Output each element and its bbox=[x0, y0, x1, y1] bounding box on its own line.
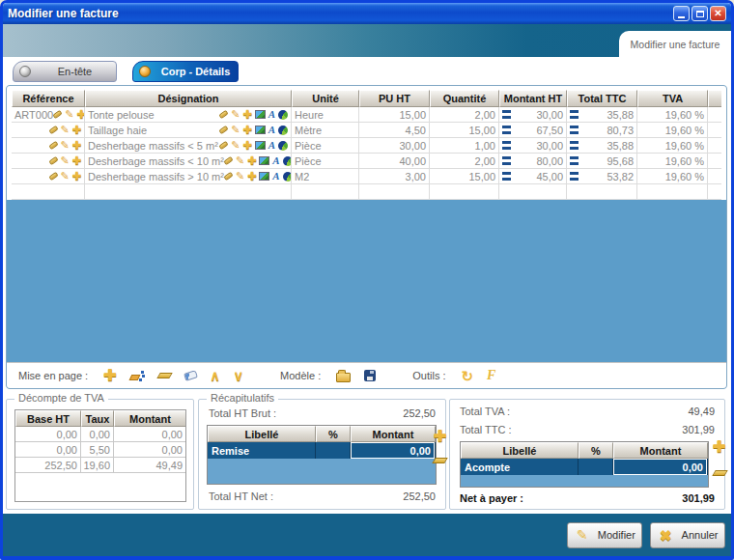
table-row[interactable]: ✎✚ Desherbage massifs < 10 m² ✎✚A Pièce … bbox=[12, 154, 721, 169]
calc-icon[interactable] bbox=[570, 126, 579, 134]
add-acompte-button[interactable]: ✚ bbox=[713, 439, 725, 455]
pie-icon[interactable] bbox=[278, 110, 288, 120]
table-row[interactable]: ✎✚ Desherbage massifs < 5 m² ✎✚A Pièce 3… bbox=[12, 138, 721, 154]
modify-line-icon[interactable] bbox=[48, 141, 58, 150]
cell-pu-ht: 4,50 bbox=[359, 123, 430, 138]
calc-icon[interactable] bbox=[502, 110, 511, 119]
cancel-button[interactable]: ✖ Annuler bbox=[650, 522, 725, 548]
designation-value: Taillage haie bbox=[88, 125, 147, 136]
calc-icon[interactable] bbox=[570, 110, 579, 119]
image-icon[interactable] bbox=[255, 141, 266, 150]
pie-icon[interactable] bbox=[278, 126, 288, 135]
net-a-payer-label: Net à payer : bbox=[460, 492, 523, 504]
add-icon[interactable]: ✚ bbox=[247, 171, 256, 182]
insert-line-button[interactable] bbox=[130, 371, 145, 381]
image-icon[interactable] bbox=[255, 126, 266, 134]
modify-line-icon[interactable] bbox=[48, 172, 58, 181]
pencil-icon[interactable]: ✎ bbox=[236, 155, 244, 166]
pencil-icon[interactable]: ✎ bbox=[231, 109, 240, 120]
add-icon[interactable]: ✚ bbox=[72, 125, 81, 135]
add-icon[interactable]: ✚ bbox=[247, 155, 256, 166]
image-icon[interactable] bbox=[255, 110, 266, 119]
table-row[interactable]: ART000 ✎✚ Tonte pelouse ✎✚A Heure 15,00 … bbox=[12, 107, 721, 123]
empty-grid-area[interactable] bbox=[7, 200, 726, 362]
col-header-unite[interactable]: Unité bbox=[292, 90, 359, 107]
erase-button[interactable] bbox=[184, 370, 198, 381]
title-bar[interactable]: Modifier une facture ✕ bbox=[3, 3, 731, 24]
add-icon[interactable]: ✚ bbox=[72, 171, 81, 182]
modify-line-icon[interactable] bbox=[48, 156, 58, 165]
font-icon[interactable]: A bbox=[268, 140, 275, 151]
calc-icon[interactable] bbox=[570, 172, 579, 181]
open-folder-button[interactable] bbox=[336, 373, 351, 382]
calc-icon[interactable] bbox=[502, 172, 511, 181]
empty-row[interactable] bbox=[12, 184, 721, 200]
calc-icon[interactable] bbox=[502, 126, 511, 134]
col-header-tva[interactable]: TVA bbox=[637, 90, 708, 107]
maximize-button[interactable] bbox=[692, 6, 708, 21]
tab-corp-details[interactable]: Corp - Détails bbox=[132, 61, 239, 82]
pencil-icon[interactable]: ✎ bbox=[65, 109, 73, 120]
modify-line-icon[interactable] bbox=[219, 126, 229, 134]
pencil-icon[interactable]: ✎ bbox=[231, 125, 240, 135]
add-icon[interactable]: ✚ bbox=[76, 109, 85, 120]
calc-icon[interactable] bbox=[502, 141, 511, 150]
col-header-designation[interactable]: Désignation bbox=[85, 90, 292, 107]
remove-acompte-button[interactable] bbox=[712, 470, 727, 476]
remise-montant-field[interactable]: 0,00 bbox=[351, 442, 436, 459]
table-row[interactable]: ✎✚ Desherbage massifs > 10 m² ✎✚A M2 3,0… bbox=[12, 169, 721, 184]
acompte-row[interactable]: Acompte 0,00 bbox=[461, 459, 708, 475]
modify-line-icon[interactable] bbox=[219, 110, 229, 119]
col-header-pu-ht[interactable]: PU HT bbox=[359, 90, 430, 107]
total-ttc-label: Total TTC : bbox=[460, 424, 512, 435]
pencil-icon[interactable]: ✎ bbox=[61, 155, 70, 166]
remove-line-button[interactable] bbox=[156, 373, 172, 378]
col-header-quantite[interactable]: Quantité bbox=[430, 90, 499, 107]
add-remise-button[interactable]: ✚ bbox=[434, 429, 446, 444]
modify-button[interactable]: ✎ Modifier bbox=[567, 522, 642, 548]
minimize-button[interactable] bbox=[673, 6, 690, 21]
move-up-button[interactable]: ∧ bbox=[211, 369, 220, 382]
pencil-icon[interactable]: ✎ bbox=[231, 140, 240, 151]
font-icon[interactable]: A bbox=[268, 125, 275, 135]
font-icon[interactable]: A bbox=[268, 109, 275, 120]
calc-icon[interactable] bbox=[570, 141, 579, 150]
col-header-total-ttc[interactable]: Total TTC bbox=[567, 90, 637, 107]
tab-en-tete[interactable]: En-tête bbox=[13, 61, 117, 82]
image-icon[interactable] bbox=[259, 156, 269, 165]
table-row[interactable]: ✎✚ Taillage haie ✎✚A Mètre 4,50 15,00 67… bbox=[12, 123, 721, 138]
pie-icon[interactable] bbox=[283, 172, 292, 182]
modify-line-icon[interactable] bbox=[223, 172, 233, 181]
refresh-button[interactable]: ↻ bbox=[462, 369, 474, 383]
save-button[interactable] bbox=[364, 370, 376, 381]
calc-icon[interactable] bbox=[570, 156, 579, 165]
pencil-icon[interactable]: ✎ bbox=[61, 171, 70, 182]
acompte-montant-field[interactable]: 0,00 bbox=[613, 459, 708, 475]
pencil-icon[interactable]: ✎ bbox=[61, 125, 70, 135]
pie-icon[interactable] bbox=[278, 141, 288, 151]
move-down-button[interactable]: ∨ bbox=[234, 369, 243, 382]
close-button[interactable]: ✕ bbox=[710, 6, 726, 21]
font-icon[interactable]: A bbox=[272, 155, 279, 166]
add-line-button[interactable]: ✚ bbox=[103, 368, 116, 383]
modify-line-icon[interactable] bbox=[53, 110, 63, 119]
add-icon[interactable]: ✚ bbox=[72, 140, 81, 151]
add-icon[interactable]: ✚ bbox=[242, 140, 251, 151]
calc-icon[interactable] bbox=[502, 156, 511, 165]
tva-breakdown-legend: Décompte de TVA bbox=[14, 392, 108, 404]
add-icon[interactable]: ✚ bbox=[72, 155, 81, 166]
modify-line-icon[interactable] bbox=[223, 156, 233, 165]
pie-icon[interactable] bbox=[283, 156, 292, 166]
font-icon[interactable]: A bbox=[272, 171, 279, 182]
col-header-montant-ht[interactable]: Montant HT bbox=[499, 90, 567, 107]
remise-row[interactable]: Remise 0,00 bbox=[208, 442, 436, 459]
col-header-reference[interactable]: Référence bbox=[12, 90, 85, 107]
image-icon[interactable] bbox=[259, 172, 269, 181]
pencil-icon[interactable]: ✎ bbox=[236, 171, 244, 182]
add-icon[interactable]: ✚ bbox=[242, 125, 251, 135]
pencil-icon[interactable]: ✎ bbox=[61, 140, 70, 151]
add-icon[interactable]: ✚ bbox=[242, 109, 251, 120]
modify-line-icon[interactable] bbox=[219, 141, 229, 150]
formula-button[interactable]: F bbox=[487, 369, 495, 382]
modify-line-icon[interactable] bbox=[48, 126, 58, 134]
